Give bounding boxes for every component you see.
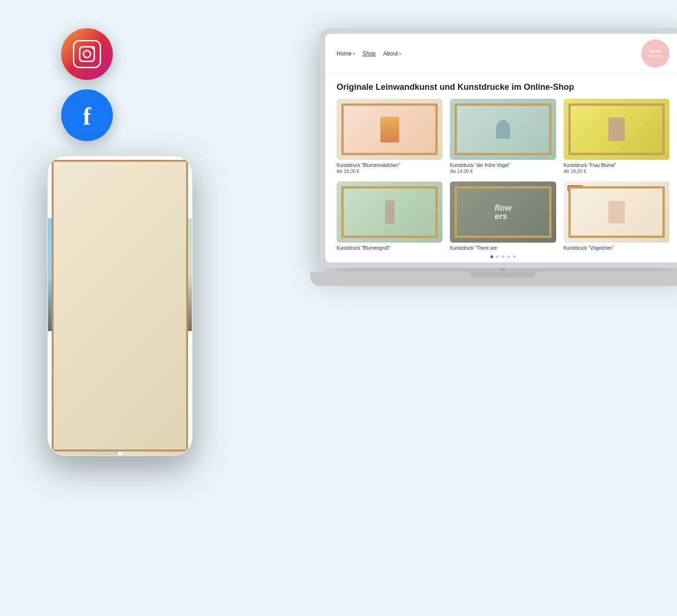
- laptop-screen: Home ▾ Shop About ▾ farina hommes: [325, 34, 677, 262]
- product-name-3: Kunstdruck "Frau Blume": [564, 163, 669, 168]
- product-name-4: Kunstdruck "Blumengruß": [337, 245, 442, 251]
- shop-headline: Originale Leinwandkunst und Kunstdrucke …: [325, 74, 677, 99]
- product-price-2: Ab 14,00 €: [450, 169, 556, 174]
- camera-dot: [500, 268, 506, 271]
- nav-about[interactable]: About ▾: [383, 50, 401, 57]
- product-card[interactable]: Kunstdruck "der frühe Vogel" Ab 14,00 €: [450, 99, 556, 174]
- phone-mockup: ‹ farinahommes ≡ 🔍 Search this shop Orig…: [47, 155, 193, 456]
- facebook-letter: f: [83, 104, 91, 129]
- product-card[interactable]: - 50 % Kunstdruck "Vögelchen": [564, 182, 669, 251]
- product-name-5: Kunstdruck "There are: [450, 245, 556, 251]
- product-name-1: Kunstdruck "Blumenmädchen": [337, 163, 442, 168]
- product-card[interactable]: Kunstdruck "Blumenmädchen" Ab 18,00 €: [337, 99, 442, 174]
- nav-home[interactable]: Home ▾: [337, 50, 355, 57]
- product-price-1: Ab 18,00 €: [337, 169, 442, 174]
- product-image-1: [337, 99, 442, 160]
- nav-shop[interactable]: Shop: [362, 50, 376, 57]
- thumb-image-4: [122, 413, 184, 456]
- pagination-dot[interactable]: [513, 255, 516, 258]
- phone-thumbnails: Original Gemälde... €249 · Sold out Sale: [55, 348, 184, 456]
- pagination-dot[interactable]: [507, 255, 510, 258]
- phone-body: ‹ farinahommes ≡ 🔍 Search this shop Orig…: [47, 155, 193, 456]
- pagination-dot[interactable]: [502, 255, 504, 258]
- laptop-mockup: Home ▾ Shop About ▾ farina hommes: [320, 28, 677, 292]
- product-price-3: Ab 18,00 €: [564, 169, 669, 174]
- product-image-4: [337, 182, 442, 243]
- laptop-base: [310, 272, 677, 286]
- product-name-2: Kunstdruck "der frühe Vogel": [450, 163, 556, 168]
- product-card[interactable]: flowers Kunstdruck "There are: [450, 182, 556, 251]
- nav-links: Home ▾ Shop About ▾: [337, 50, 401, 57]
- social-icons-container: f: [61, 28, 113, 141]
- shop-nav: Home ▾ Shop About ▾ farina hommes: [325, 34, 677, 74]
- phone-screen: ‹ farinahommes ≡ 🔍 Search this shop Orig…: [48, 170, 192, 455]
- laptop-body: Home ▾ Shop About ▾ farina hommes: [320, 28, 677, 268]
- home-chevron-icon: ▾: [353, 52, 355, 56]
- phone-thumb-item[interactable]: [122, 413, 184, 456]
- shop-logo: farina hommes: [641, 39, 669, 68]
- product-name-6: Kunstdruck "Vögelchen": [564, 245, 669, 251]
- product-card[interactable]: Kunstdruck "Blumengruß": [337, 182, 442, 251]
- laptop-notch: [470, 272, 536, 277]
- product-image-2: [450, 99, 556, 160]
- product-card[interactable]: Kunstdruck "Frau Blume" Ab 18,00 €: [564, 99, 669, 174]
- product-grid: Kunstdruck "Blumenmädchen" Ab 18,00 €: [325, 99, 677, 251]
- product-image-5: flowers: [450, 182, 556, 243]
- about-chevron-icon: ▾: [399, 52, 401, 56]
- product-image-6: - 50 %: [564, 182, 669, 243]
- facebook-icon[interactable]: f: [61, 89, 113, 141]
- phone-more-section: More from this shop See all Original Gem…: [48, 331, 192, 456]
- instagram-icon[interactable]: [61, 28, 113, 80]
- pagination-dot[interactable]: [496, 255, 499, 258]
- product-image-3: [564, 99, 669, 160]
- pagination-dot[interactable]: [490, 255, 493, 258]
- pagination: [325, 251, 677, 262]
